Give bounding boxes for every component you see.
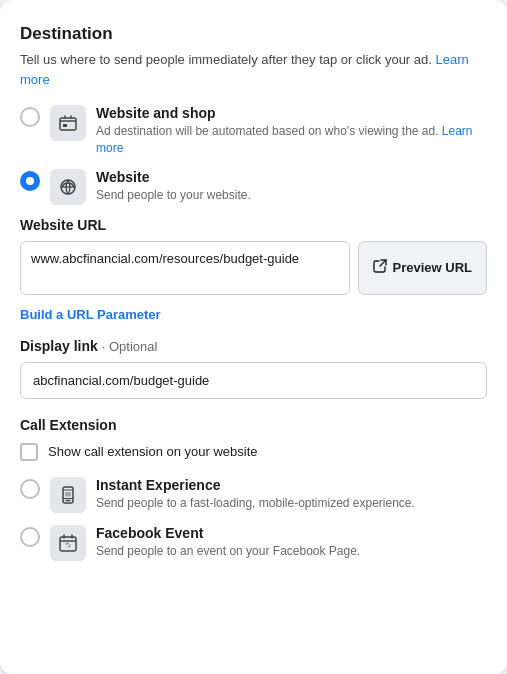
svg-rect-0 bbox=[60, 118, 76, 130]
optional-label: · Optional bbox=[102, 339, 158, 354]
call-extension-row[interactable]: Show call extension on your website bbox=[20, 443, 487, 461]
instant-experience-subtitle: Send people to a fast-loading, mobile-op… bbox=[96, 495, 487, 512]
website-shop-title: Website and shop bbox=[96, 105, 487, 121]
option-instant-experience[interactable]: Instant Experience Send people to a fast… bbox=[20, 477, 487, 513]
svg-rect-1 bbox=[63, 124, 67, 127]
instant-experience-title: Instant Experience bbox=[96, 477, 487, 493]
website-icon bbox=[50, 169, 86, 205]
radio-facebook-event[interactable] bbox=[20, 527, 40, 547]
card-title: Destination bbox=[20, 24, 487, 44]
facebook-event-subtitle: Send people to an event on your Facebook… bbox=[96, 543, 487, 560]
url-input-row: www.abcfinancial.com/resources/budget-gu… bbox=[20, 241, 487, 295]
radio-website-shop[interactable] bbox=[20, 107, 40, 127]
website-shop-subtitle: Ad destination will be automated based o… bbox=[96, 123, 487, 157]
display-link-input[interactable] bbox=[20, 362, 487, 399]
option-website[interactable]: Website Send people to your website. bbox=[20, 169, 487, 205]
svg-rect-8 bbox=[65, 492, 71, 497]
facebook-event-title: Facebook Event bbox=[96, 525, 487, 541]
preview-url-button[interactable]: Preview URL bbox=[358, 241, 487, 295]
display-link-label: Display link · Optional bbox=[20, 338, 487, 354]
instant-experience-content: Instant Experience Send people to a fast… bbox=[96, 477, 487, 512]
website-shop-icon bbox=[50, 105, 86, 141]
build-url-parameter-link[interactable]: Build a URL Parameter bbox=[20, 307, 161, 322]
call-extension-label: Call Extension bbox=[20, 417, 487, 433]
website-url-label: Website URL bbox=[20, 217, 487, 233]
website-content: Website Send people to your website. bbox=[96, 169, 487, 204]
call-extension-checkbox[interactable] bbox=[20, 443, 38, 461]
website-title: Website bbox=[96, 169, 487, 185]
facebook-event-icon bbox=[50, 525, 86, 561]
destination-card: Destination Tell us where to send people… bbox=[0, 0, 507, 674]
option-facebook-event[interactable]: Facebook Event Send people to an event o… bbox=[20, 525, 487, 561]
preview-url-label: Preview URL bbox=[393, 260, 472, 275]
external-link-icon bbox=[373, 259, 387, 276]
website-subtitle: Send people to your website. bbox=[96, 187, 487, 204]
call-extension-checkbox-label[interactable]: Show call extension on your website bbox=[48, 444, 258, 459]
instant-experience-icon bbox=[50, 477, 86, 513]
radio-instant-experience[interactable] bbox=[20, 479, 40, 499]
radio-website[interactable] bbox=[20, 171, 40, 191]
website-shop-content: Website and shop Ad destination will be … bbox=[96, 105, 487, 157]
website-url-input[interactable]: www.abcfinancial.com/resources/budget-gu… bbox=[20, 241, 350, 295]
facebook-event-content: Facebook Event Send people to an event o… bbox=[96, 525, 487, 560]
website-shop-learn-more[interactable]: Learn more bbox=[96, 124, 473, 155]
option-website-shop[interactable]: Website and shop Ad destination will be … bbox=[20, 105, 487, 157]
card-description: Tell us where to send people immediately… bbox=[20, 50, 487, 89]
